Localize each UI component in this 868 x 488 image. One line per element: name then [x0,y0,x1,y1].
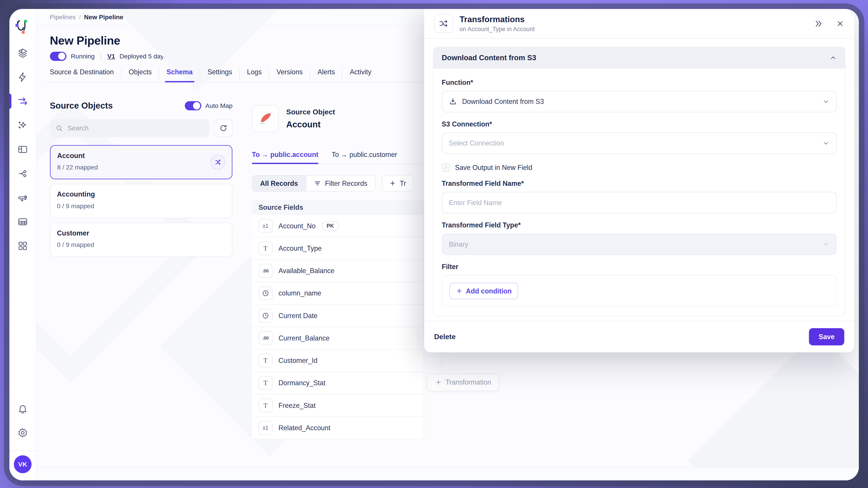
status-divider: | [100,53,102,60]
text-type-icon: T [258,354,273,368]
field-name: Available_Balance [279,267,335,275]
text-type-icon: T [258,241,273,255]
mapping-tab-public-customer[interactable]: To → public.customer [332,151,397,164]
transformations-panel: Transformations on Account_Type in Accou… [424,9,855,352]
connection-select[interactable]: Select Connection [442,133,837,154]
sidebar-bottom: VK [9,397,36,480]
field-row-account-type[interactable]: TAccount_Type [252,237,424,260]
field-name: Related_Account [279,424,331,432]
field-row-dormancy-stat[interactable]: TDormancy_Stat [252,372,424,395]
card-name: Accounting [57,190,225,198]
search-box [50,119,209,138]
panel-footer: Delete Save [424,321,855,352]
field-row-freeze-stat[interactable]: TFreeze_Stat [252,395,424,417]
breadcrumb-pipelines[interactable]: Pipelines [50,13,75,21]
sidebar-item-workspace[interactable] [9,138,36,162]
records-segmented-control: All Records Filter Records [252,175,376,192]
all-records-button[interactable]: All Records [252,175,306,191]
datetime-type-icon [258,286,273,300]
gear-icon [18,428,28,438]
chevron-up-icon[interactable] [830,54,837,61]
int-type-icon: ±1 [258,421,273,435]
grid-icon [18,241,28,251]
search-input[interactable] [68,124,204,132]
filter-records-button[interactable]: Filter Records [306,175,375,191]
mapping-tabs: To → public.account To → public.customer [252,151,424,164]
card-name: Customer [57,229,225,237]
field-type-select[interactable]: Binary [442,233,837,255]
running-toggle[interactable] [50,52,66,61]
plus-icon [389,180,396,187]
text-type-icon: T [258,398,273,412]
transformation-section: Download Content from S3 Function* Downl… [433,47,845,316]
version-link[interactable]: V1 [107,53,115,60]
delete-button[interactable]: Delete [434,333,456,341]
chevron-down-icon [823,140,830,147]
function-select[interactable]: Download Content from S3 [442,91,837,113]
tab-objects[interactable]: Objects [122,68,159,82]
plus-icon [456,288,463,294]
datetime-type-icon [258,309,273,322]
source-object-card-account[interactable]: Account8 / 22 mapped [50,145,232,179]
sidebar-nav [9,41,36,258]
tab-alerts[interactable]: Alerts [310,68,342,82]
sidebar-item-pipelines[interactable] [9,89,36,113]
field-name-input-wrap [442,192,837,213]
field-name-input[interactable] [449,199,830,207]
field-name: Customer_Id [279,356,317,365]
field-row-current-date[interactable]: Current Date [252,305,424,327]
tab-logs[interactable]: Logs [240,68,269,82]
panel-header: Transformations on Account_Type in Accou… [424,9,855,39]
field-row-column-name[interactable]: column_name [252,282,424,305]
field-name: Dormancy_Stat [279,379,326,387]
user-avatar[interactable]: VK [14,455,32,473]
field-row-current-balance[interactable]: .00Current_Balance [252,327,424,349]
sidebar-item-ai[interactable] [9,113,36,138]
save-output-checkbox[interactable]: ✓ [442,164,450,172]
sidebar-item-settings[interactable] [9,421,36,445]
tab-versions[interactable]: Versions [269,68,310,82]
field-name: Account_No [279,222,316,230]
tab-activity[interactable]: Activity [342,68,378,82]
field-name: column_name [279,289,321,297]
auto-map-toggle[interactable] [185,101,202,110]
tab-schema[interactable]: Schema [159,68,200,82]
source-objects-title: Source Objects [50,101,113,111]
tab-settings[interactable]: Settings [200,68,240,82]
source-objects-list: Account8 / 22 mappedAccounting0 / 9 mapp… [50,145,232,257]
sidebar-item-layers[interactable] [9,41,36,65]
add-condition-button[interactable]: Add condition [450,283,518,299]
mapping-tab-public-account[interactable]: To → public.account [252,151,318,164]
auto-map-label: Auto Map [205,102,232,110]
megaphone-icon [18,192,28,203]
sidebar-item-announcements[interactable] [9,185,36,210]
collapse-panel-icon[interactable] [814,19,823,28]
source-object-card-customer[interactable]: Customer0 / 9 mapped [50,223,232,257]
field-row-customer-id[interactable]: TCustomer_Id [252,350,424,372]
bolt-icon [18,72,28,82]
tab-source-destination[interactable]: Source & Destination [43,68,122,82]
section-header[interactable]: Download Content from S3 [433,47,845,69]
panel-title: Transformations [460,15,535,24]
sqlserver-icon [257,110,273,127]
refresh-button[interactable] [214,119,232,138]
field-row-related-account[interactable]: ±1Related_Account [252,417,424,439]
source-connector-icon [252,105,279,132]
source-object-card-accounting[interactable]: Accounting0 / 9 mapped [50,184,232,218]
sidebar-item-notifications[interactable] [9,397,36,421]
function-label: Function* [442,79,837,86]
field-name-label: Transformed Field Name* [442,179,837,188]
field-row-available-balance[interactable]: .00Available_Balance [252,260,424,282]
app-logo[interactable] [15,14,30,39]
sidebar-item-tables[interactable] [9,210,36,234]
add-transformation-cut-button[interactable]: Tr [382,175,414,192]
close-icon[interactable] [836,20,844,28]
add-transformation-button[interactable]: Transformation [427,373,499,391]
save-button[interactable]: Save [809,328,844,345]
layers-icon [18,48,28,58]
sidebar-item-connections[interactable] [9,162,36,185]
split-icon [18,168,28,179]
sidebar-item-events[interactable] [9,65,36,89]
field-row-account-no[interactable]: ±1Account_NoPK [252,215,424,237]
sidebar-item-apps[interactable] [9,234,36,258]
